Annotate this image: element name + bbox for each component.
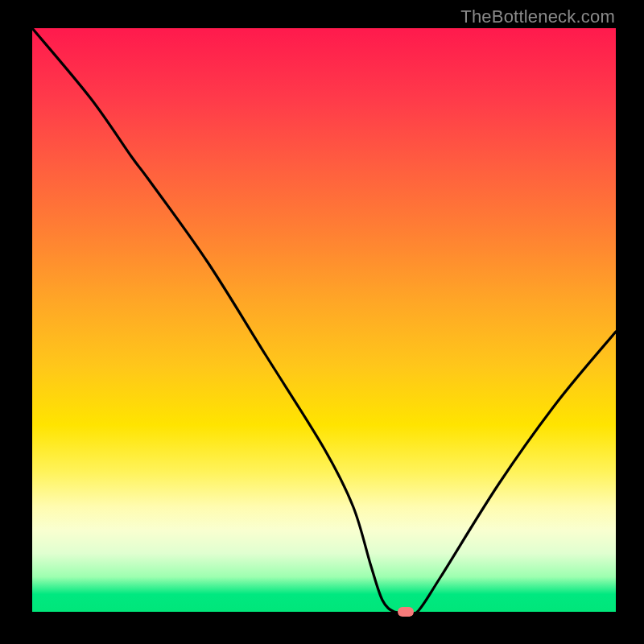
watermark-text: TheBottleneck.com [460,6,615,27]
bottleneck-curve [32,28,616,612]
plot-area [32,28,616,612]
chart-container: TheBottleneck.com [0,0,644,644]
optimal-marker [398,607,414,617]
